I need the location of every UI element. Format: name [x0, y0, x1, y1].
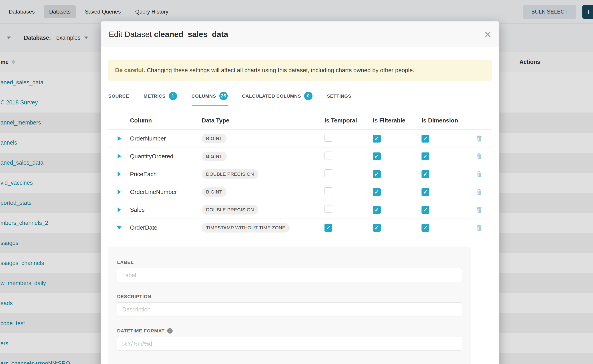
column-name: OrderNumber — [130, 135, 202, 142]
is-filterable-checkbox[interactable] — [373, 170, 381, 178]
edit-dataset-modal: Edit Dataset cleaned_sales_data × Be car… — [101, 21, 499, 364]
tab-label: CALCULATED COLUMNS — [242, 93, 301, 99]
description-input[interactable] — [117, 302, 462, 316]
warning-text: Changing these settings will affect all … — [145, 67, 414, 73]
data-type-pill: BIGINT — [202, 187, 227, 197]
modal-tab-calculated-columns[interactable]: CALCULATED COLUMNS 0 — [242, 88, 313, 105]
is-dimension-checkbox[interactable] — [422, 188, 429, 196]
description-field-label: DESCRIPTION — [117, 294, 462, 299]
delete-column-icon[interactable] — [475, 206, 483, 214]
tab-label: COLUMNS — [191, 93, 216, 99]
delete-column-icon[interactable] — [475, 152, 483, 160]
modal-body: Be careful. Changing these settings will… — [101, 59, 499, 364]
column-row: OrderDate TIMESTAMP WITHOUT TIME ZONE — [108, 219, 492, 237]
expand-caret-icon[interactable] — [118, 154, 121, 159]
is-temporal-checkbox[interactable] — [324, 224, 332, 232]
delete-column-icon[interactable] — [475, 135, 483, 142]
column-row: OrderLineNumber BIGINT — [108, 183, 492, 201]
is-temporal-checkbox[interactable] — [324, 187, 332, 195]
is-temporal-checkbox[interactable] — [324, 152, 332, 159]
modal-tab-columns[interactable]: COLUMNS 25 — [191, 88, 228, 105]
columns-table-body: OrderNumber BIGINT QuantityOrdered BIGIN… — [108, 130, 492, 237]
modal-tabs: SOURCE METRICS 1 COLUMNS 25 CALCULATED C… — [108, 88, 492, 105]
header-data-type: Data Type — [202, 117, 324, 124]
collapse-caret-icon[interactable] — [117, 226, 122, 229]
data-type-pill: BIGINT — [202, 152, 227, 161]
datetime-format-input[interactable] — [117, 337, 462, 351]
label-field-label: LABEL — [117, 260, 462, 265]
is-filterable-checkbox[interactable] — [373, 206, 381, 214]
column-row: Sales DOUBLE PRECISION — [108, 201, 492, 219]
modal-tab-settings[interactable]: SETTINGS — [327, 88, 351, 105]
warning-banner: Be careful. Changing these settings will… — [108, 59, 492, 81]
header-is-filterable: Is Filterable — [373, 117, 422, 124]
expand-caret-icon[interactable] — [118, 207, 121, 212]
column-name: PriceEach — [130, 171, 202, 178]
label-field-group: LABEL — [117, 260, 462, 282]
is-dimension-checkbox[interactable] — [422, 206, 429, 214]
datetime-format-field-label: DATETIME FORMAT — [117, 328, 462, 334]
expand-caret-icon[interactable] — [118, 189, 121, 195]
tab-label: METRICS — [144, 93, 165, 99]
is-dimension-checkbox[interactable] — [422, 135, 429, 143]
tab-label: SETTINGS — [327, 93, 351, 99]
data-type-pill: TIMESTAMP WITHOUT TIME ZONE — [202, 223, 290, 233]
is-filterable-checkbox[interactable] — [373, 135, 381, 143]
expand-caret-icon[interactable] — [118, 172, 121, 177]
modal-tab-metrics[interactable]: METRICS 1 — [144, 88, 177, 105]
label-input[interactable] — [117, 268, 462, 282]
column-name: OrderLineNumber — [130, 188, 202, 195]
is-dimension-checkbox[interactable] — [422, 170, 429, 178]
expand-caret-icon[interactable] — [118, 136, 121, 141]
tab-count-badge: 0 — [304, 92, 313, 100]
data-type-pill: DOUBLE PRECISION — [202, 169, 258, 179]
header-column: Column — [130, 117, 202, 124]
tab-label: SOURCE — [108, 93, 129, 99]
columns-table-header: Column Data Type Is Temporal Is Filterab… — [108, 117, 492, 130]
data-type-pill: BIGINT — [202, 134, 227, 143]
header-is-dimension: Is Dimension — [422, 117, 474, 124]
column-row: OrderNumber BIGINT — [108, 130, 492, 148]
modal-title: Edit Dataset cleaned_sales_data — [109, 30, 228, 39]
is-dimension-checkbox[interactable] — [422, 152, 429, 160]
column-row: PriceEach DOUBLE PRECISION — [108, 165, 492, 183]
modal-tab-source[interactable]: SOURCE — [108, 88, 129, 105]
column-name: OrderDate — [130, 224, 202, 231]
modal-title-prefix: Edit Dataset — [109, 30, 154, 39]
delete-column-icon[interactable] — [475, 188, 483, 196]
is-temporal-checkbox[interactable] — [324, 134, 332, 142]
tab-count-badge: 1 — [169, 92, 177, 100]
delete-column-icon[interactable] — [475, 170, 483, 178]
warning-bold-text: Be careful. — [115, 67, 145, 73]
is-temporal-checkbox[interactable] — [324, 205, 332, 213]
is-filterable-checkbox[interactable] — [373, 152, 381, 160]
column-name: Sales — [130, 206, 202, 213]
is-dimension-checkbox[interactable] — [422, 224, 429, 232]
modal-dataset-name: cleaned_sales_data — [154, 30, 228, 39]
is-filterable-checkbox[interactable] — [373, 188, 381, 196]
data-type-pill: DOUBLE PRECISION — [202, 205, 258, 214]
column-row: QuantityOrdered BIGINT — [108, 148, 492, 165]
description-field-group: DESCRIPTION — [117, 294, 462, 316]
close-icon[interactable]: × — [484, 28, 491, 40]
modal-header: Edit Dataset cleaned_sales_data × — [101, 21, 499, 47]
datetime-format-field-group: DATETIME FORMAT — [117, 328, 462, 351]
tab-count-badge: 25 — [219, 92, 228, 100]
delete-column-icon[interactable] — [475, 224, 483, 232]
is-temporal-checkbox[interactable] — [324, 169, 332, 177]
column-name: QuantityOrdered — [130, 153, 202, 160]
column-detail-panel: LABEL DESCRIPTION DATETIME FORMAT — [108, 247, 471, 364]
info-icon[interactable] — [167, 328, 173, 334]
header-is-temporal: Is Temporal — [324, 117, 373, 124]
is-filterable-checkbox[interactable] — [373, 224, 381, 232]
